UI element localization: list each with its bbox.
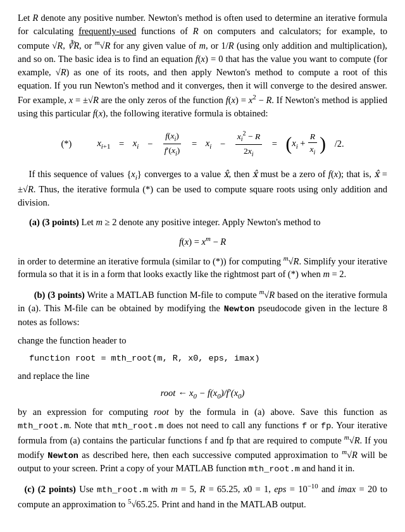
part-a-formula: f(x) = xm − R [18,234,387,249]
change-header-text: change the function header to [18,334,387,347]
part-b-text2: by an expression for computing root by t… [18,405,387,475]
part-c: (c) (2 points) Use mth_root.m with m = 5… [18,481,387,510]
replace-formula: root ← x0 − f(x0)/f′(x0) [18,387,387,402]
part-b: (b) (3 points) Write a MATLAB function M… [18,287,387,475]
main-formula: (*) xi+1 = xi − f(xi) f′(xi) = xi − xi2 … [18,129,387,159]
function-header-code: function root = mth_root(m, R, x0, eps, … [29,352,387,365]
part-a-text2: in order to determine an iterative formu… [18,254,387,281]
page-content: Let R denote any positive number. Newton… [18,11,387,511]
formula-label: (*) [61,137,72,151]
replace-line-text: and replace the line [18,369,387,383]
part-b-text: (b) (3 points) Write a MATLAB function M… [18,287,387,328]
part-a: (a) (3 points) Let m ≥ 2 denote any posi… [18,216,387,281]
intro-paragraph: Let R denote any positive number. Newton… [18,11,387,120]
part-c-text: (c) (2 points) Use mth_root.m with m = 5… [18,481,387,510]
converges-paragraph: If this sequence of values {xi} converge… [18,168,387,209]
formula-expression: xi+1 = xi − f(xi) f′(xi) = xi − xi2 − R … [97,129,344,159]
part-a-label: (a) (3 points) Let m ≥ 2 denote any posi… [29,216,387,229]
